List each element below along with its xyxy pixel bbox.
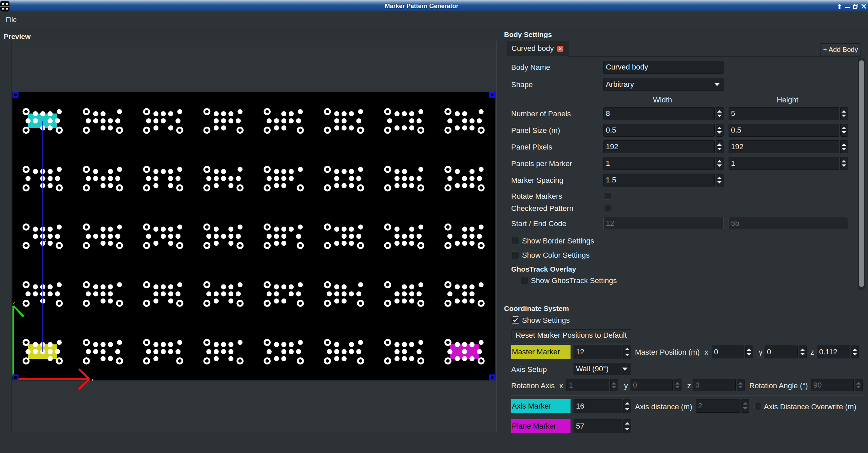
svg-text:x: x bbox=[92, 377, 94, 382]
svg-text:z: z bbox=[13, 300, 15, 305]
svg-text:2: 2 bbox=[44, 238, 46, 243]
